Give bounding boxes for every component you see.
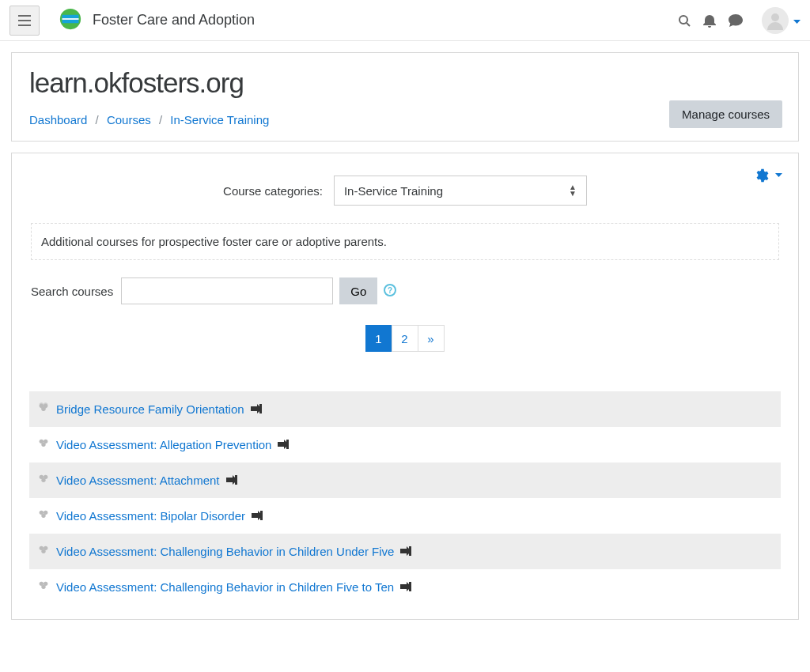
course-link[interactable]: Video Assessment: Attachment	[56, 474, 220, 487]
page-1-button[interactable]: 1	[365, 325, 392, 352]
category-select-value: In-Service Training	[344, 184, 443, 198]
svg-point-33	[41, 585, 45, 589]
select-updown-icon: ▲▼	[569, 184, 577, 197]
course-row: Video Assessment: Challenging Behavior i…	[29, 534, 781, 569]
menu-toggle-button[interactable]	[9, 6, 40, 36]
enter-course-icon[interactable]	[278, 438, 289, 451]
course-icon	[37, 580, 50, 595]
svg-point-25	[41, 514, 45, 518]
page-header-card: learn.okfosters.org Dashboard / Courses …	[11, 52, 799, 142]
user-menu-caret-icon[interactable]	[793, 13, 801, 27]
navbar: Foster Care and Adoption	[0, 0, 810, 41]
category-card: Course categories: In-Service Training ▲…	[11, 153, 799, 620]
svg-point-17	[41, 443, 45, 447]
category-label: Course categories:	[223, 184, 323, 198]
svg-point-8	[771, 13, 779, 21]
course-link[interactable]: Bridge Resource Family Orientation	[56, 402, 244, 416]
svg-rect-0	[18, 15, 31, 17]
svg-line-7	[687, 23, 690, 26]
enter-course-icon[interactable]	[400, 580, 411, 594]
settings-menu-button[interactable]	[755, 168, 782, 183]
breadcrumb-current-link[interactable]: In-Service Training	[170, 113, 269, 126]
page-next-button[interactable]: »	[418, 325, 445, 352]
svg-rect-14	[259, 404, 262, 413]
enter-course-icon[interactable]	[400, 545, 411, 558]
avatar-icon	[766, 11, 785, 30]
course-icon	[37, 437, 50, 452]
svg-rect-1	[18, 20, 31, 21]
breadcrumb: Dashboard / Courses / In-Service Trainin…	[29, 113, 781, 126]
notifications-icon[interactable]	[703, 13, 716, 28]
course-icon	[37, 473, 50, 488]
course-row: Video Assessment: Challenging Behavior i…	[29, 569, 781, 605]
course-icon	[37, 508, 50, 523]
course-link[interactable]: Video Assessment: Bipolar Disorder	[56, 509, 245, 523]
course-link[interactable]: Video Assessment: Challenging Behavior i…	[56, 545, 394, 558]
page-title: learn.okfosters.org	[29, 67, 781, 99]
svg-text:?: ?	[388, 286, 392, 295]
course-list: Bridge Resource Family Orientation Video…	[29, 391, 781, 605]
svg-point-13	[41, 407, 45, 411]
svg-point-21	[41, 478, 45, 482]
category-selector-row: Course categories: In-Service Training ▲…	[29, 176, 781, 206]
svg-rect-2	[18, 25, 31, 26]
course-row: Video Assessment: Allegation Prevention	[29, 427, 781, 462]
search-row: Search courses Go ?	[29, 277, 781, 304]
breadcrumb-courses-link[interactable]: Courses	[107, 113, 151, 126]
site-title: Foster Care and Adoption	[93, 12, 255, 28]
pagination: 1 2 »	[29, 325, 781, 352]
search-go-button[interactable]: Go	[339, 277, 377, 304]
logo-icon	[59, 8, 81, 30]
svg-rect-5	[62, 18, 79, 20]
course-row: Video Assessment: Attachment	[29, 462, 781, 498]
help-icon[interactable]: ?	[384, 284, 396, 299]
course-row: Video Assessment: Bipolar Disorder	[29, 498, 781, 534]
category-description: Additional courses for prospective foste…	[31, 223, 779, 260]
breadcrumb-separator: /	[159, 113, 162, 126]
search-label: Search courses	[31, 285, 113, 298]
enter-course-icon[interactable]	[226, 474, 237, 487]
course-icon	[37, 402, 50, 417]
course-icon	[37, 544, 50, 559]
svg-rect-18	[286, 440, 289, 449]
search-icon[interactable]	[678, 14, 691, 27]
category-select[interactable]: In-Service Training ▲▼	[334, 176, 587, 206]
svg-rect-34	[409, 582, 411, 591]
svg-point-29	[41, 549, 45, 553]
enter-course-icon[interactable]	[252, 509, 263, 523]
user-avatar[interactable]	[762, 7, 789, 34]
messages-icon[interactable]	[729, 14, 743, 27]
manage-courses-button[interactable]: Manage courses	[669, 100, 782, 128]
svg-rect-22	[235, 475, 237, 485]
gear-icon	[755, 168, 770, 183]
course-link[interactable]: Video Assessment: Allegation Prevention	[56, 438, 271, 451]
site-logo	[40, 8, 81, 32]
page-2-button[interactable]: 2	[392, 325, 418, 352]
svg-rect-26	[260, 511, 263, 520]
search-input[interactable]	[121, 277, 333, 304]
course-row: Bridge Resource Family Orientation	[29, 391, 781, 427]
svg-point-6	[679, 16, 687, 24]
breadcrumb-separator: /	[96, 113, 99, 126]
chevron-down-icon	[775, 173, 782, 178]
breadcrumb-dashboard-link[interactable]: Dashboard	[29, 113, 87, 126]
svg-rect-30	[409, 546, 411, 556]
enter-course-icon[interactable]	[251, 402, 262, 416]
course-link[interactable]: Video Assessment: Challenging Behavior i…	[56, 580, 394, 594]
hamburger-icon	[18, 15, 31, 26]
